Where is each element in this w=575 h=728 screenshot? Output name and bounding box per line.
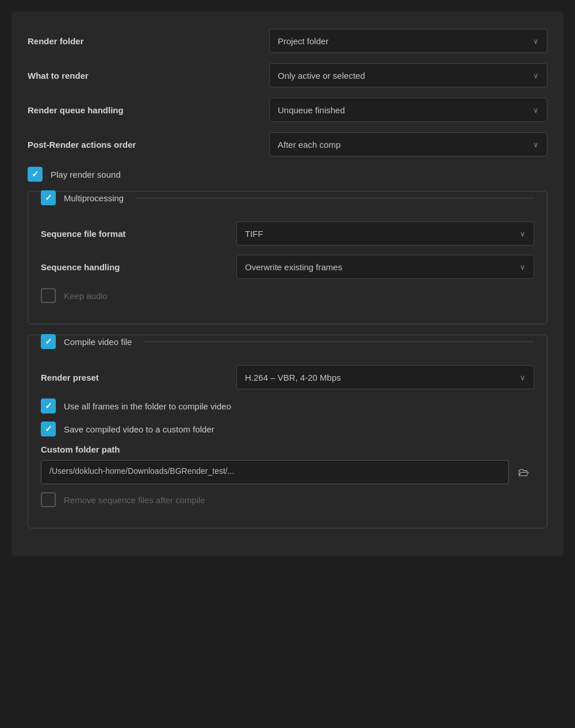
custom-folder-path-input[interactable]: /Users/dokluch-home/Downloads/BGRender_t… bbox=[41, 460, 509, 484]
play-render-sound-row: Play render sound bbox=[28, 167, 547, 182]
what-to-render-arrow-icon: ∨ bbox=[533, 71, 539, 80]
play-render-sound-checkbox[interactable] bbox=[28, 167, 43, 182]
sequence-file-format-label: Sequence file format bbox=[41, 229, 236, 239]
save-compiled-video-row: Save compiled video to a custom folder bbox=[41, 422, 534, 436]
post-render-actions-order-label: Post-Render actions order bbox=[28, 140, 269, 150]
compile-video-header: Compile video file bbox=[41, 334, 534, 349]
compile-video-label: Compile video file bbox=[64, 337, 136, 347]
browse-folder-button[interactable]: 🗁 bbox=[513, 463, 534, 481]
what-to-render-row: What to render Only active or selected ∨ bbox=[28, 63, 547, 87]
custom-folder-path-label: Custom folder path bbox=[41, 445, 534, 454]
save-compiled-video-checkbox[interactable] bbox=[41, 422, 56, 436]
render-preset-arrow-icon: ∨ bbox=[520, 373, 526, 382]
settings-panel: Render folder Project folder ∨ What to r… bbox=[12, 12, 564, 556]
compile-video-line bbox=[144, 342, 534, 342]
render-queue-handling-value: Unqueue finished bbox=[278, 105, 345, 115]
render-queue-handling-row: Render queue handling Unqueue finished ∨ bbox=[28, 98, 547, 122]
compile-video-checkbox[interactable] bbox=[41, 334, 56, 349]
what-to-render-value: Only active or selected bbox=[278, 71, 365, 81]
sequence-handling-row: Sequence handling Overwrite existing fra… bbox=[41, 255, 534, 279]
multiprocessing-header: Multiprocessing bbox=[41, 190, 534, 205]
remove-sequence-files-label: Remove sequence files after compile bbox=[64, 495, 205, 505]
sequence-handling-value: Overwrite existing frames bbox=[245, 262, 342, 272]
render-preset-dropdown[interactable]: H.264 – VBR, 4-20 Mbps ∨ bbox=[236, 365, 534, 389]
play-render-sound-label: Play render sound bbox=[51, 170, 121, 179]
sequence-file-format-arrow-icon: ∨ bbox=[520, 229, 526, 238]
post-render-actions-order-arrow-icon: ∨ bbox=[533, 140, 539, 149]
sequence-file-format-row: Sequence file format TIFF ∨ bbox=[41, 221, 534, 246]
use-all-frames-label: Use all frames in the folder to compile … bbox=[64, 401, 231, 411]
post-render-actions-order-row: Post-Render actions order After each com… bbox=[28, 132, 547, 156]
render-queue-handling-label: Render queue handling bbox=[28, 105, 269, 115]
sequence-handling-dropdown[interactable]: Overwrite existing frames ∨ bbox=[236, 255, 534, 279]
multiprocessing-group: Multiprocessing Sequence file format TIF… bbox=[28, 191, 547, 324]
render-folder-label: Render folder bbox=[28, 36, 269, 46]
render-preset-row: Render preset H.264 – VBR, 4-20 Mbps ∨ bbox=[41, 365, 534, 389]
use-all-frames-checkbox[interactable] bbox=[41, 399, 56, 413]
render-queue-handling-dropdown[interactable]: Unqueue finished ∨ bbox=[269, 98, 547, 122]
what-to-render-label: What to render bbox=[28, 71, 269, 81]
multiprocessing-label: Multiprocessing bbox=[64, 193, 128, 203]
what-to-render-dropdown[interactable]: Only active or selected ∨ bbox=[269, 63, 547, 87]
sequence-file-format-dropdown[interactable]: TIFF ∨ bbox=[236, 221, 534, 246]
render-folder-arrow-icon: ∨ bbox=[533, 37, 539, 45]
keep-audio-checkbox[interactable] bbox=[41, 288, 56, 303]
render-queue-handling-arrow-icon: ∨ bbox=[533, 106, 539, 114]
remove-sequence-files-checkbox[interactable] bbox=[41, 492, 56, 507]
sequence-handling-arrow-icon: ∨ bbox=[520, 263, 526, 271]
post-render-actions-order-value: After each comp bbox=[278, 140, 340, 150]
custom-folder-path-row: /Users/dokluch-home/Downloads/BGRender_t… bbox=[41, 460, 534, 484]
render-folder-row: Render folder Project folder ∨ bbox=[28, 29, 547, 53]
render-folder-dropdown[interactable]: Project folder ∨ bbox=[269, 29, 547, 53]
sequence-handling-label: Sequence handling bbox=[41, 262, 236, 272]
render-preset-value: H.264 – VBR, 4-20 Mbps bbox=[245, 373, 341, 382]
compile-video-group: Compile video file Render preset H.264 –… bbox=[28, 335, 547, 528]
folder-icon: 🗁 bbox=[518, 466, 530, 479]
render-preset-label: Render preset bbox=[41, 373, 236, 382]
sequence-file-format-value: TIFF bbox=[245, 229, 263, 239]
save-compiled-video-label: Save compiled video to a custom folder bbox=[64, 424, 214, 434]
keep-audio-row: Keep audio bbox=[41, 288, 534, 303]
multiprocessing-checkbox[interactable] bbox=[41, 190, 56, 205]
render-folder-value: Project folder bbox=[278, 36, 328, 46]
multiprocessing-line bbox=[136, 198, 534, 198]
use-all-frames-row: Use all frames in the folder to compile … bbox=[41, 399, 534, 413]
post-render-actions-order-dropdown[interactable]: After each comp ∨ bbox=[269, 132, 547, 156]
keep-audio-label: Keep audio bbox=[64, 291, 108, 301]
remove-sequence-files-row: Remove sequence files after compile bbox=[41, 492, 534, 507]
